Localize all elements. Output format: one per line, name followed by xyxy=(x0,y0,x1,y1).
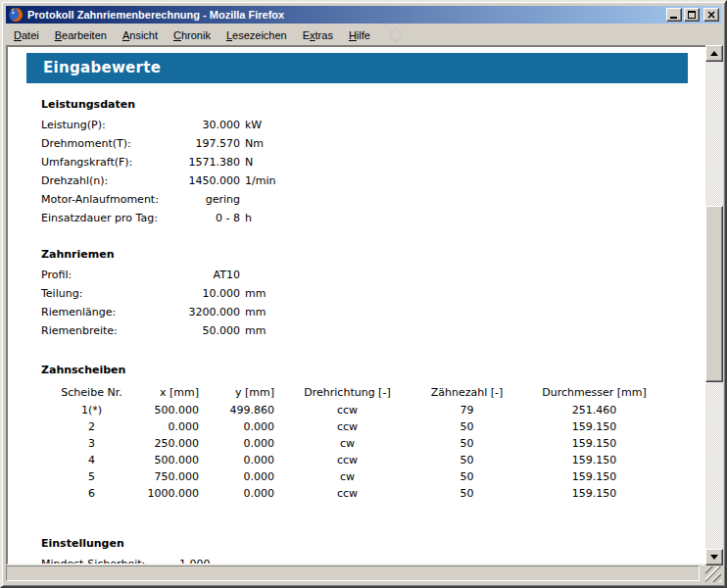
page-content: LeistungsdatenLeistung(P):30.000kWDrehmo… xyxy=(8,98,706,565)
close-button[interactable]: × xyxy=(703,8,719,22)
table-cell: 5 xyxy=(41,468,142,485)
table-header-cell: x [mm] xyxy=(142,384,199,401)
field-label: Drehmoment(T): xyxy=(41,134,181,153)
field-value: 30.000 xyxy=(181,116,240,134)
menu-item-extras[interactable]: Extras xyxy=(295,26,341,44)
table-row: 1(*)500.000499.860ccw79251.460 xyxy=(41,402,697,418)
field-value: 50.000 xyxy=(181,321,240,340)
table-cell: cw xyxy=(274,468,420,485)
title-bar[interactable]: Protokoll Zahnriemenberechnung - Mozilla… xyxy=(6,6,721,24)
scroll-up-icon xyxy=(710,51,718,56)
scroll-down-icon xyxy=(710,555,718,560)
table-cell: ccw xyxy=(274,418,420,435)
field-label: Einsatzdauer pro Tag: xyxy=(41,209,181,227)
vertical-scrollbar[interactable] xyxy=(705,45,723,565)
field-label: Drehzahl(n): xyxy=(41,172,181,190)
menu-item-chronik[interactable]: Chronik xyxy=(166,26,218,44)
table-cell: 50 xyxy=(420,468,513,485)
kv-row: Riemenlänge:3200.000mm xyxy=(41,303,697,321)
table-body: 1(*)500.000499.860ccw79251.46020.0000.00… xyxy=(41,402,697,502)
table-cell: 0.000 xyxy=(199,452,274,468)
table-row: 3250.0000.000cw50159.150 xyxy=(41,435,697,452)
table-header-cell: Zähnezahl [-] xyxy=(420,384,513,401)
table-cell: 50 xyxy=(420,452,513,468)
table-cell: 2 xyxy=(41,418,142,435)
table-cell: 50 xyxy=(420,418,513,435)
table-row: 61000.0000.000ccw50159.150 xyxy=(41,485,697,502)
table-cell: 500.000 xyxy=(142,452,199,468)
menu-item-bearbeiten[interactable]: Bearbeiten xyxy=(47,26,115,44)
field-value: 10.000 xyxy=(181,284,240,303)
table-header-cell: y [mm] xyxy=(199,384,274,401)
table-row: 5750.0000.000cw50159.150 xyxy=(41,468,697,485)
table-cell: 0.000 xyxy=(199,435,274,452)
table-cell: 50 xyxy=(420,485,513,502)
maximize-icon xyxy=(688,11,696,19)
field-unit: N xyxy=(245,153,253,172)
table-header-cell: Durchmesser [mm] xyxy=(513,384,675,401)
field-label: Profil: xyxy=(41,266,181,284)
table-cell: 0.000 xyxy=(142,418,199,435)
table-cell: 0.000 xyxy=(199,418,274,435)
field-label: Riemenbreite: xyxy=(41,321,181,340)
table-cell: 6 xyxy=(41,485,142,502)
minimize-button[interactable] xyxy=(666,8,682,22)
table-row: 4500.0000.000ccw50159.150 xyxy=(41,452,697,468)
kv-row: Leistung(P):30.000kW xyxy=(41,116,697,134)
menu-item-ansicht[interactable]: Ansicht xyxy=(115,26,166,44)
table-header-row: Scheibe Nr.x [mm]y [mm]Drehrichtung [-]Z… xyxy=(41,384,697,401)
field-label: Motor-Anlaufmoment: xyxy=(41,190,181,209)
field-label: Teilung: xyxy=(41,284,181,303)
scrollbar-thumb[interactable] xyxy=(705,206,723,382)
status-bar xyxy=(6,564,721,583)
zahnscheiben-title: Zahnscheiben xyxy=(41,364,697,376)
menu-item-datei[interactable]: Datei xyxy=(6,26,47,44)
firefox-icon xyxy=(8,7,24,23)
menu-bar: DateiBearbeitenAnsichtChronikLesezeichen… xyxy=(6,25,721,44)
field-unit: h xyxy=(245,209,252,227)
table-cell: 750.000 xyxy=(142,468,199,485)
zahnscheiben-table: Scheibe Nr.x [mm]y [mm]Drehrichtung [-]Z… xyxy=(41,384,697,502)
menu-item-lesezeichen[interactable]: Lesezeichen xyxy=(218,26,295,44)
field-unit: mm xyxy=(245,303,266,321)
resize-grip-icon[interactable] xyxy=(705,566,721,582)
menu-items: DateiBearbeitenAnsichtChronikLesezeichen… xyxy=(6,25,378,44)
table-cell: 250.000 xyxy=(142,435,199,452)
table-cell: 159.150 xyxy=(513,452,675,468)
table-cell: 0.000 xyxy=(199,485,274,502)
table-cell: 159.150 xyxy=(513,468,675,485)
throbber-icon xyxy=(388,27,404,43)
field-label: Riemenlänge: xyxy=(41,303,181,321)
scroll-up-button[interactable] xyxy=(705,45,723,62)
kv-row: Motor-Anlaufmoment:gering xyxy=(41,190,697,209)
section-title: Zahnriemen xyxy=(41,248,697,261)
kv-row: Einsatzdauer pro Tag:0 - 8h xyxy=(41,209,697,227)
close-icon: × xyxy=(706,10,716,20)
field-value: 3200.000 xyxy=(181,303,240,321)
field-value: 1450.000 xyxy=(181,172,240,190)
table-cell: 1000.000 xyxy=(142,485,199,502)
maximize-button[interactable] xyxy=(684,8,700,22)
table-cell: 3 xyxy=(41,435,142,452)
window-title: Protokoll Zahnriemenberechnung - Mozilla… xyxy=(27,9,664,21)
document-viewport: Eingabewerte LeistungsdatenLeistung(P):3… xyxy=(6,45,708,565)
kv-row: Profil:AT10 xyxy=(41,266,697,284)
field-unit: mm xyxy=(245,284,266,303)
table-cell: cw xyxy=(274,435,420,452)
kv-row: Drehmoment(T):197.570Nm xyxy=(41,134,697,153)
menu-item-hilfe[interactable]: Hilfe xyxy=(341,26,378,44)
table-cell: 1(*) xyxy=(41,402,142,418)
field-unit: 1/min xyxy=(245,172,275,190)
table-cell: 50 xyxy=(420,435,513,452)
table-cell: ccw xyxy=(274,402,420,418)
table-cell: 79 xyxy=(420,402,513,418)
table-cell: 159.150 xyxy=(513,435,675,452)
browser-window: Protokoll Zahnriemenberechnung - Mozilla… xyxy=(0,0,727,588)
section-title: Leistungsdaten xyxy=(41,98,697,111)
table-header-cell: Scheibe Nr. xyxy=(41,384,142,401)
field-label: Umfangskraft(F): xyxy=(41,153,181,172)
table-cell: 500.000 xyxy=(142,402,199,418)
table-cell: 0.000 xyxy=(199,468,274,485)
table-cell: 159.150 xyxy=(513,485,675,502)
table-cell: 499.860 xyxy=(199,402,274,418)
